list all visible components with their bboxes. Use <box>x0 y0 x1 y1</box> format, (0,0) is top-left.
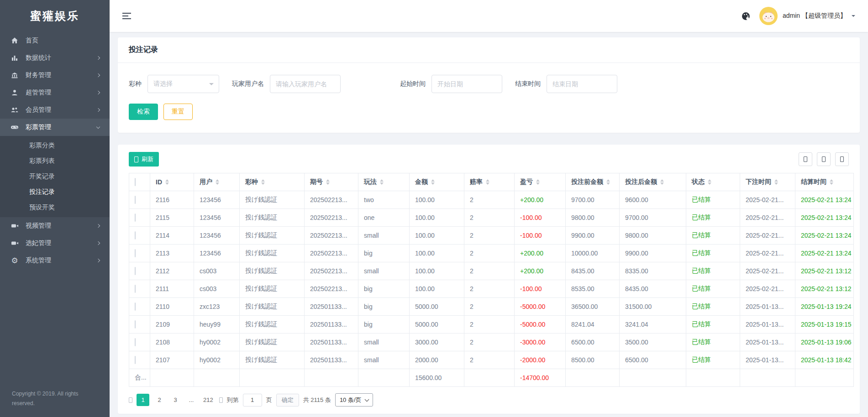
sidebar-toggle-icon[interactable] <box>122 13 131 19</box>
reset-button[interactable]: 重置 <box>163 104 193 120</box>
confirm-button[interactable]: 确定 <box>276 394 299 407</box>
goto-page-input[interactable] <box>243 394 262 407</box>
column-header-issue[interactable]: 期号 <box>305 173 358 191</box>
sidebar-item-0[interactable]: 首页 <box>0 32 110 49</box>
prev-page-button[interactable] <box>129 397 132 403</box>
next-page-button[interactable] <box>219 397 223 403</box>
column-header-status[interactable]: 状态 <box>686 173 740 191</box>
sort-icon[interactable] <box>380 179 384 185</box>
cell-bet_time: 2025-02-21... <box>740 227 795 245</box>
end-date-input[interactable] <box>547 75 617 93</box>
lottery-type-select[interactable]: 请选择 <box>147 75 219 93</box>
sort-icon[interactable] <box>261 179 265 185</box>
column-header-bet_time[interactable]: 下注时间 <box>740 173 795 191</box>
page-size-select[interactable]: 10 条/页 <box>335 393 373 407</box>
page-button-2[interactable]: 2 <box>153 394 165 406</box>
sort-icon[interactable] <box>660 179 664 185</box>
column-header-settle_time[interactable]: 结算时间 <box>795 173 854 191</box>
column-header-before[interactable]: 投注前金额 <box>566 173 620 191</box>
sidebar-subitem[interactable]: 彩票列表 <box>0 153 110 169</box>
summary-cell-odds <box>464 369 515 387</box>
gear-icon: ⚙ <box>10 257 19 265</box>
row-checkbox[interactable] <box>135 214 136 222</box>
toolbar-icon-button-3[interactable] <box>835 152 849 166</box>
player-username-input[interactable] <box>270 75 341 93</box>
table-row: 2113123456投げ銭認証202502213...big100.002+20… <box>129 245 854 262</box>
column-header-user[interactable]: 用户 <box>194 173 240 191</box>
column-header-play[interactable]: 玩法 <box>358 173 410 191</box>
cell-after: 3500.00 <box>620 334 686 351</box>
table-row: 2116123456投げ銭認証202502213...two100.002+20… <box>129 191 854 209</box>
sidebar-item-3[interactable]: 超管管理 <box>0 84 110 101</box>
column-header-profit[interactable]: 盈亏 <box>515 173 566 191</box>
row-checkbox[interactable] <box>135 196 136 204</box>
sidebar-subitem[interactable]: 投注记录 <box>0 184 110 200</box>
sidebar-subitem[interactable]: 预设开奖 <box>0 200 110 215</box>
sidebar-item-6[interactable]: 视频管理 <box>0 217 110 235</box>
sidebar-item-7[interactable]: 选妃管理 <box>0 235 110 252</box>
sort-icon[interactable] <box>486 179 489 185</box>
row-checkbox[interactable] <box>135 338 136 346</box>
column-header-lottery[interactable]: 彩种 <box>240 173 305 191</box>
sort-icon[interactable] <box>774 179 778 185</box>
sidebar-item-2[interactable]: 财务管理 <box>0 67 110 84</box>
sidebar-item-label: 视频管理 <box>26 222 97 230</box>
column-header-odds[interactable]: 赔率 <box>464 173 515 191</box>
sidebar-item-1[interactable]: 数据统计 <box>0 49 110 67</box>
sort-icon[interactable] <box>708 179 711 185</box>
page-button-212[interactable]: 212 <box>201 394 215 406</box>
sidebar-subitem[interactable]: 彩票分类 <box>0 138 110 153</box>
filter-form: 彩种 请选择 玩家用户名 起始时间 结束时间 <box>118 63 860 93</box>
sort-icon[interactable] <box>326 179 330 185</box>
column-header-after[interactable]: 投注后金额 <box>620 173 686 191</box>
sidebar-subitem[interactable]: 开奖记录 <box>0 169 110 184</box>
toolbar-icon-button-2[interactable] <box>817 152 831 166</box>
sort-icon[interactable] <box>606 179 610 185</box>
user-menu[interactable]: admin 【超级管理员】 <box>759 7 855 25</box>
column-header-sel[interactable] <box>129 173 150 191</box>
row-checkbox[interactable] <box>135 285 136 293</box>
refresh-button[interactable]: 刷新 <box>129 152 159 167</box>
page-button-1[interactable]: 1 <box>137 394 149 406</box>
sidebar-submenu: 彩票分类彩票列表开奖记录投注记录预设开奖 <box>0 136 110 217</box>
search-button[interactable]: 检索 <box>129 104 158 120</box>
cell-amount: 100.00 <box>410 262 464 280</box>
cell-id: 2113 <box>150 245 194 262</box>
sidebar-item-5[interactable]: 彩票管理 <box>0 119 110 136</box>
cell-settle_time: 2025-02-21 13:24 <box>795 209 854 227</box>
sort-icon[interactable] <box>165 179 169 185</box>
cell-lottery: 投げ銭認証 <box>240 298 305 316</box>
sort-icon[interactable] <box>536 179 540 185</box>
username-label: admin 【超级管理员】 <box>783 12 847 20</box>
cell-user: hy0002 <box>194 334 240 351</box>
sort-icon[interactable] <box>431 179 435 185</box>
page-button-3[interactable]: 3 <box>169 394 181 406</box>
row-checkbox[interactable] <box>135 356 136 364</box>
row-checkbox[interactable] <box>135 231 136 240</box>
cell-status: 已结算 <box>686 262 740 280</box>
sidebar-item-8[interactable]: ⚙系统管理 <box>0 252 110 269</box>
select-all-checkbox[interactable] <box>135 178 136 186</box>
theme-palette-icon[interactable] <box>742 12 750 21</box>
cell-lottery: 投げ銭認証 <box>240 245 305 262</box>
sort-icon[interactable] <box>830 179 833 185</box>
cell-select <box>129 351 150 369</box>
sidebar-item-4[interactable]: 会员管理 <box>0 101 110 119</box>
sort-icon[interactable] <box>216 179 219 185</box>
row-checkbox[interactable] <box>135 302 136 311</box>
topbar: admin 【超级管理员】 <box>110 0 868 32</box>
row-checkbox[interactable] <box>135 267 136 275</box>
sidebar-item-label: 数据统计 <box>26 54 97 62</box>
cell-lottery: 投げ銭認証 <box>240 262 305 280</box>
player-username-label: 玩家用户名 <box>232 80 264 88</box>
row-checkbox[interactable] <box>135 320 136 328</box>
cell-amount: 5000.00 <box>410 316 464 334</box>
users-icon <box>10 106 19 114</box>
toolbar-icon-button-1[interactable] <box>799 152 812 166</box>
row-checkbox[interactable] <box>135 249 136 257</box>
cell-status: 已结算 <box>686 334 740 351</box>
start-date-input[interactable] <box>431 75 502 93</box>
column-header-amount[interactable]: 金额 <box>410 173 464 191</box>
column-header-id[interactable]: ID <box>150 173 194 191</box>
sidebar-item-label: 选妃管理 <box>26 239 97 247</box>
